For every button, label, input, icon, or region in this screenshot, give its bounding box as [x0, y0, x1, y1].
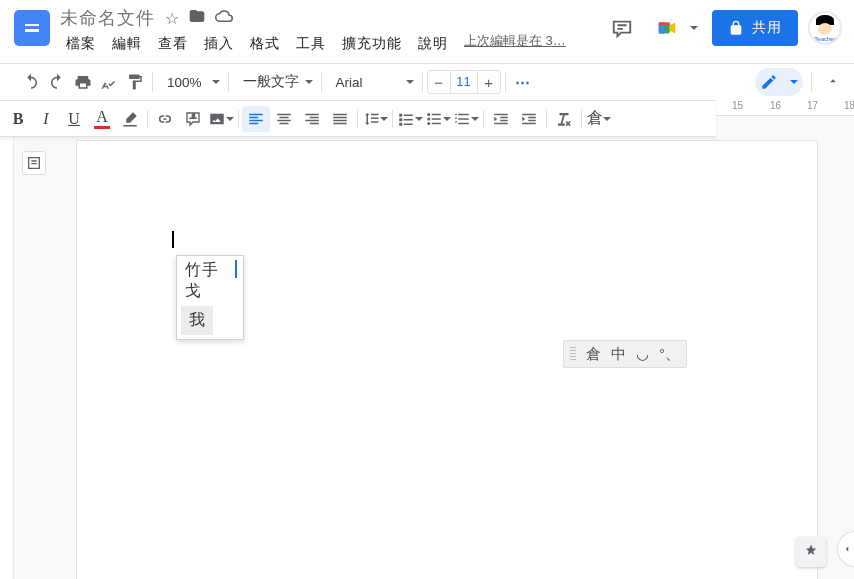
menu-edit[interactable]: 編輯 — [106, 32, 148, 56]
document-title[interactable]: 未命名文件 — [60, 6, 155, 30]
separator — [357, 110, 358, 128]
insert-image-button[interactable] — [207, 106, 235, 132]
editor-surface — [0, 115, 854, 579]
separator — [238, 110, 239, 128]
input-method-button[interactable]: 倉 — [585, 106, 613, 132]
text-color-button[interactable]: A — [88, 106, 116, 132]
checklist-button[interactable] — [396, 106, 424, 132]
vertical-ruler[interactable] — [0, 116, 14, 579]
account-avatar[interactable]: Teacher — [808, 11, 842, 45]
bold-button[interactable]: B — [4, 106, 32, 132]
separator — [392, 110, 393, 128]
italic-button[interactable]: I — [32, 106, 60, 132]
menu-help[interactable]: 說明 — [412, 32, 454, 56]
underline-button[interactable]: U — [60, 106, 88, 132]
menu-ext[interactable]: 擴充功能 — [336, 32, 408, 56]
menu-insert[interactable]: 插入 — [198, 32, 240, 56]
dropdown-icon — [790, 80, 798, 88]
menu-view[interactable]: 查看 — [152, 32, 194, 56]
separator — [152, 72, 153, 92]
meet-button[interactable] — [650, 10, 702, 46]
redo-button[interactable] — [44, 69, 70, 95]
zoom-value: 100% — [167, 75, 202, 90]
outline-button[interactable] — [22, 151, 46, 175]
ruler-tick: 17 — [807, 100, 818, 111]
ruler-tick: 18 — [844, 100, 854, 111]
separator — [321, 72, 322, 92]
numbered-list-button[interactable] — [452, 106, 480, 132]
chevron-up-icon — [826, 74, 840, 88]
zoom-combo[interactable]: 100% — [157, 69, 224, 95]
menu-file[interactable]: 檔案 — [60, 32, 102, 56]
move-icon[interactable] — [189, 8, 205, 28]
dropdown-icon — [380, 117, 388, 125]
indent-decrease-button[interactable] — [487, 106, 515, 132]
separator — [811, 72, 812, 92]
indent-increase-button[interactable] — [515, 106, 543, 132]
font-size-decrease[interactable]: − — [428, 74, 450, 91]
ime-mode-cangjie[interactable]: 倉 — [586, 345, 601, 364]
ime-punct-toggle[interactable]: °、 — [659, 345, 680, 364]
align-left-button[interactable] — [242, 106, 270, 132]
ime-candidate[interactable]: 我 — [181, 306, 213, 335]
ruler-tick: 15 — [732, 100, 743, 111]
undo-button[interactable] — [18, 69, 44, 95]
ime-shape-toggle[interactable]: ◡ — [636, 345, 649, 363]
docs-logo[interactable] — [14, 10, 50, 46]
separator — [581, 110, 582, 128]
share-button[interactable]: 共用 — [712, 10, 798, 46]
dropdown-icon — [603, 117, 611, 125]
ime-toolbar[interactable]: 倉 中 ◡ °、 — [563, 340, 687, 368]
styles-combo[interactable]: 一般文字 — [233, 69, 317, 95]
dropdown-icon — [415, 117, 423, 125]
editing-mode-button[interactable] — [755, 68, 803, 96]
spellcheck-button[interactable] — [96, 69, 122, 95]
font-combo[interactable]: Arial — [326, 69, 418, 95]
dropdown-icon — [226, 117, 234, 125]
text-cursor — [172, 231, 174, 248]
drag-handle-icon[interactable] — [570, 347, 576, 361]
align-right-button[interactable] — [298, 106, 326, 132]
paint-format-button[interactable] — [122, 69, 148, 95]
dropdown-icon — [406, 80, 414, 88]
bullet-list-button[interactable] — [424, 106, 452, 132]
cloud-status-icon[interactable] — [215, 7, 233, 29]
comments-icon[interactable] — [604, 10, 640, 46]
font-size-value[interactable]: 11 — [450, 71, 478, 93]
dropdown-icon — [443, 117, 451, 125]
insert-comment-button[interactable] — [179, 106, 207, 132]
menu-format[interactable]: 格式 — [244, 32, 286, 56]
more-button[interactable]: ⋯ — [510, 69, 536, 95]
format-toolbar: B I U A 倉 — [0, 100, 716, 137]
collapse-toolbar-button[interactable] — [820, 74, 846, 91]
dropdown-icon — [212, 80, 220, 88]
side-panel-toggle[interactable] — [837, 531, 854, 567]
app-header: 未命名文件 ☆ 檔案 編輯 查看 插入 格式 工具 擴充功能 說明 上次編輯是在… — [0, 0, 854, 63]
explore-button[interactable] — [796, 537, 826, 567]
print-button[interactable] — [70, 69, 96, 95]
menu-tools[interactable]: 工具 — [290, 32, 332, 56]
highlight-button[interactable] — [116, 106, 144, 132]
separator — [422, 72, 423, 92]
clear-formatting-button[interactable] — [550, 106, 578, 132]
pencil-icon — [760, 73, 778, 91]
separator — [147, 110, 148, 128]
dropdown-icon — [690, 26, 698, 34]
separator — [505, 72, 506, 92]
svg-point-3 — [427, 113, 430, 116]
align-center-button[interactable] — [270, 106, 298, 132]
align-justify-button[interactable] — [326, 106, 354, 132]
ime-fullwidth-toggle[interactable]: 中 — [611, 345, 626, 364]
font-size-increase[interactable]: + — [478, 74, 500, 91]
share-label: 共用 — [752, 19, 782, 37]
star-icon[interactable]: ☆ — [165, 9, 179, 28]
line-spacing-button[interactable] — [361, 106, 389, 132]
svg-point-5 — [427, 122, 430, 125]
menu-bar: 檔案 編輯 查看 插入 格式 工具 擴充功能 說明 上次編輯是在 3… — [60, 32, 566, 56]
insert-link-button[interactable] — [151, 106, 179, 132]
document-page[interactable] — [76, 140, 818, 579]
font-size-control: − 11 + — [427, 70, 501, 94]
lock-icon — [728, 20, 744, 36]
svg-point-4 — [427, 117, 430, 120]
last-edit-link[interactable]: 上次編輯是在 3… — [464, 32, 566, 56]
